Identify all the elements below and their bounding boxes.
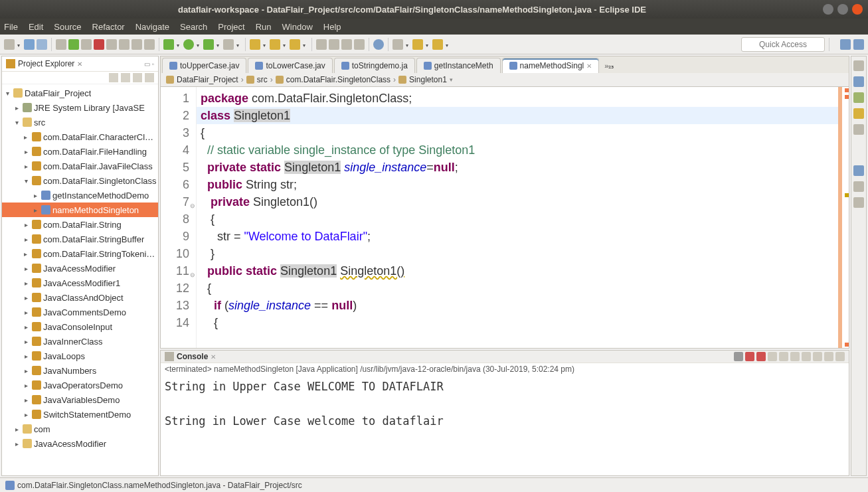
code-line[interactable]: { (201, 124, 845, 141)
editor-tab[interactable]: toStringdemo.ja (334, 58, 415, 73)
line-number[interactable]: 5 (163, 159, 189, 176)
step-out-icon[interactable] (144, 39, 155, 50)
tree-item[interactable]: ▸JavaAcessModifier (2, 261, 158, 276)
tree-item[interactable]: ▸JavaAcessModifier1 (2, 276, 158, 290)
tree-item[interactable]: ▸JavaCommentsDemo (2, 305, 158, 319)
tree-item[interactable]: ▸getInstanceMethodDemo (2, 188, 158, 203)
console-remove-icon[interactable] (745, 352, 754, 361)
twisty-icon[interactable]: ▸ (22, 396, 30, 404)
line-number[interactable]: 1 (163, 90, 189, 107)
twisty-icon[interactable]: ▸ (31, 192, 39, 199)
step-over-icon[interactable] (119, 39, 130, 50)
step-into-icon[interactable] (131, 39, 142, 50)
code-line[interactable]: package com.DataFlair.SingletonClass; (201, 90, 845, 107)
tab-close-icon[interactable]: ✕ (586, 62, 592, 70)
code-line[interactable]: public static Singleton1 Singleton1() (201, 262, 845, 280)
code-line[interactable]: // static variable single_instance of ty… (201, 141, 845, 159)
wand-icon[interactable] (329, 39, 339, 50)
skip-icon[interactable] (68, 39, 79, 50)
maximize-button[interactable] (837, 4, 848, 15)
markers-icon[interactable] (853, 92, 864, 103)
tree-item[interactable]: ▸com.DataFlair.JavaFileClass (2, 159, 158, 173)
javadoc-icon[interactable] (853, 165, 864, 176)
coverage-icon[interactable] (203, 39, 214, 50)
twisty-icon[interactable]: ▾ (3, 90, 11, 97)
bug-icon[interactable] (163, 39, 174, 50)
tree-item[interactable]: ▾DataFlair_Project (2, 86, 158, 100)
menu-run[interactable]: Run (256, 22, 272, 32)
tree-item[interactable]: ▸JavaVariablesDemo (2, 392, 158, 407)
console-max-icon[interactable] (835, 352, 845, 361)
line-number[interactable]: 12 (163, 280, 189, 297)
quick-access-input[interactable]: Quick Access (741, 37, 825, 52)
console-display-icon[interactable] (790, 352, 800, 361)
twisty-icon[interactable]: ▸ (22, 309, 30, 316)
line-number[interactable]: 14 (163, 314, 189, 331)
console-min-icon[interactable] (824, 352, 833, 361)
project-tree[interactable]: ▾DataFlair_Project▸JRE System Library [J… (2, 84, 158, 475)
editor-tab[interactable]: toUpperCase.jav (162, 58, 246, 73)
code-line[interactable]: private static Singleton1 single_instanc… (201, 159, 845, 176)
code-line[interactable]: } (201, 245, 845, 262)
line-gutter[interactable]: 123456⊖78910⊖11121314 (161, 87, 197, 348)
declaration-icon[interactable] (853, 124, 864, 135)
breadcrumb-segment[interactable]: src (257, 75, 268, 84)
tree-item[interactable]: ▾src (2, 115, 158, 129)
new-folder-icon[interactable] (290, 39, 300, 50)
menu-edit[interactable]: Edit (29, 22, 43, 32)
twisty-icon[interactable]: ▸ (31, 206, 39, 214)
breadcrumb-dropdown-icon[interactable]: ▾ (450, 76, 453, 83)
twisty-icon[interactable]: ▸ (22, 411, 30, 418)
tree-item[interactable]: ▸JavaNumbers (2, 363, 158, 378)
tabs-overflow[interactable]: »₂₃ (602, 59, 616, 73)
twisty-icon[interactable]: ▾ (13, 119, 21, 126)
breadcrumb-segment[interactable]: Singleton1 (409, 75, 447, 84)
line-number[interactable]: 3 (163, 124, 189, 141)
twisty-icon[interactable]: ▸ (22, 133, 30, 141)
editor-tab[interactable]: toLowerCase.jav (248, 58, 332, 73)
line-number[interactable]: 7 (163, 193, 189, 210)
task-list-icon[interactable] (853, 76, 864, 87)
tree-item[interactable]: ▸JavaClassAndObject (2, 290, 158, 305)
twisty-icon[interactable]: ▸ (22, 163, 30, 170)
menu-project[interactable]: Project (218, 22, 244, 32)
breadcrumb-segment[interactable]: DataFlair_Project (177, 75, 238, 84)
tool-icon[interactable] (56, 39, 66, 50)
explorer-close-icon[interactable]: ✕ (77, 60, 82, 68)
line-number[interactable]: 13 (163, 297, 189, 314)
tree-item[interactable]: ▸com (2, 422, 158, 436)
breadcrumb[interactable]: DataFlair_Project›src›com.DataFlair.Sing… (160, 73, 849, 87)
link-icon[interactable] (354, 39, 365, 50)
search-icon[interactable] (316, 39, 327, 50)
console-nav-icon[interactable] (813, 352, 822, 361)
perspective-open-icon[interactable] (840, 39, 851, 50)
line-number[interactable]: 10 (163, 245, 189, 262)
twisty-icon[interactable]: ▸ (13, 104, 21, 112)
outline-icon[interactable] (853, 60, 864, 71)
toggle-icon[interactable] (341, 39, 352, 50)
back-icon[interactable] (412, 39, 423, 50)
tree-item[interactable]: ▸com.DataFlair.CharacterClass (2, 129, 158, 144)
twisty-icon[interactable]: ▸ (13, 426, 21, 433)
code-line[interactable]: public String str; (201, 176, 845, 193)
console-clear-icon[interactable] (734, 352, 743, 361)
editor-tab[interactable]: nameMethodSingl✕ (502, 58, 600, 73)
twisty-icon[interactable]: ▸ (22, 353, 30, 360)
twisty-icon[interactable]: ▸ (22, 280, 30, 287)
tree-item[interactable]: ▸JRE System Library [JavaSE (2, 100, 158, 115)
pause-icon[interactable] (81, 39, 92, 50)
twisty-icon[interactable]: ▸ (22, 382, 30, 389)
minimize-button[interactable] (823, 4, 833, 15)
twisty-icon[interactable]: ▸ (22, 236, 30, 243)
twisty-icon[interactable]: ▸ (22, 221, 30, 228)
twisty-icon[interactable]: ▾ (22, 177, 30, 185)
tree-item[interactable]: ▸JavaOperatorsDemo (2, 378, 158, 392)
twisty-icon[interactable]: ▸ (22, 323, 30, 331)
line-number[interactable]: 9 (163, 228, 189, 245)
menu-help[interactable]: Help (323, 22, 341, 32)
twisty-icon[interactable]: ▸ (13, 440, 21, 448)
menu-navigate[interactable]: Navigate (135, 22, 169, 32)
code-line[interactable]: { (201, 280, 845, 297)
line-number[interactable]: 4 (163, 141, 189, 159)
line-number[interactable]: 6 (163, 176, 189, 193)
